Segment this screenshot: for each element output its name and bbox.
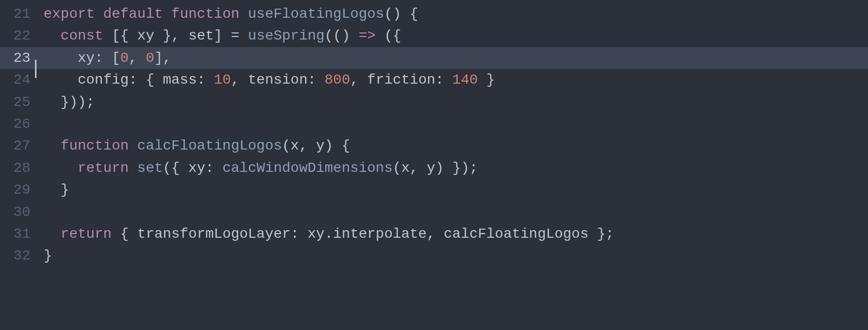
token-punc: ({ — [375, 28, 401, 44]
code-content[interactable]: })); — [44, 91, 868, 113]
token-punc: : { — [129, 72, 163, 88]
token-ident: xy — [308, 226, 325, 242]
token-punc: , — [350, 72, 367, 88]
token-ident: interpolate — [333, 226, 427, 242]
token-ident: y — [427, 160, 435, 176]
code-content[interactable]: const [{ xy }, set] = useSpring(() => ({ — [44, 25, 868, 47]
token-prop: tension — [248, 72, 308, 88]
token-kw: function — [61, 138, 129, 154]
token-kw: function — [171, 6, 239, 22]
code-line[interactable]: 26 — [0, 113, 868, 135]
token-punc — [129, 160, 137, 176]
code-content[interactable]: } — [44, 245, 868, 267]
token-punc: ( — [282, 138, 291, 154]
token-punc: , — [129, 50, 146, 66]
line-number: 24 — [0, 69, 33, 91]
code-editor[interactable]: 21export default function useFloatingLog… — [0, 3, 868, 267]
code-line[interactable]: 23 xy: [0, 0], — [0, 47, 868, 69]
token-punc — [163, 6, 171, 22]
line-number: 31 — [0, 223, 33, 245]
token-punc: ] — [214, 28, 231, 44]
token-call: useSpring — [248, 28, 324, 44]
token-punc — [129, 138, 137, 154]
token-punc: ({ — [163, 160, 188, 176]
token-num: 0 — [146, 50, 155, 66]
token-op: = — [231, 28, 240, 44]
token-kw: export — [44, 6, 95, 22]
token-ident: set — [188, 28, 214, 44]
token-punc: : — [308, 72, 325, 88]
token-punc — [95, 6, 103, 22]
code-line[interactable]: 31 return { transformLogoLayer: xy.inter… — [0, 223, 868, 245]
token-prop: xy — [78, 50, 95, 66]
code-line[interactable]: 21export default function useFloatingLog… — [0, 3, 868, 25]
token-punc: , — [231, 72, 248, 88]
token-punc: : — [205, 160, 222, 176]
token-num: 800 — [325, 72, 350, 88]
token-kw: return — [78, 160, 129, 176]
token-kw: default — [103, 6, 163, 22]
code-line[interactable]: 24 config: { mass: 10, tension: 800, fri… — [0, 69, 868, 91]
token-punc: } — [478, 72, 495, 88]
line-number: 27 — [0, 135, 33, 157]
token-punc: , — [427, 226, 444, 242]
token-punc: . — [325, 226, 333, 242]
token-punc: { — [111, 226, 137, 242]
code-content[interactable]: function calcFloatingLogos(x, y) { — [44, 135, 868, 157]
token-ident: x — [290, 138, 299, 154]
line-number: 28 — [0, 157, 33, 179]
token-punc: ) }); — [435, 160, 478, 176]
token-punc — [44, 138, 61, 154]
token-punc: } — [44, 182, 69, 198]
token-num: 10 — [214, 72, 231, 88]
token-fn: useFloatingLogos — [248, 6, 384, 22]
code-content[interactable]: xy: [0, 0], — [44, 47, 868, 69]
token-kw: return — [61, 226, 112, 242]
code-content[interactable]: return set({ xy: calcWindowDimensions(x,… — [44, 157, 868, 179]
token-ident: xy — [137, 28, 155, 44]
line-number: 29 — [0, 179, 33, 201]
code-line[interactable]: 22 const [{ xy }, set] = useSpring(() =>… — [0, 25, 868, 47]
token-punc — [44, 226, 61, 242]
token-punc: } — [44, 248, 52, 264]
code-content[interactable]: config: { mass: 10, tension: 800, fricti… — [44, 69, 868, 91]
token-punc: () { — [384, 6, 418, 22]
code-line[interactable]: 28 return set({ xy: calcWindowDimensions… — [0, 157, 868, 179]
token-punc: (() — [325, 28, 359, 44]
token-kw: const — [61, 28, 103, 44]
line-number: 21 — [0, 3, 33, 25]
code-line[interactable]: 32} — [0, 245, 868, 267]
token-num: 140 — [452, 72, 478, 88]
line-number: 25 — [0, 91, 33, 113]
code-content[interactable]: } — [44, 179, 868, 201]
token-punc: , — [410, 160, 427, 176]
token-punc — [240, 6, 248, 22]
token-ident: calcFloatingLogos — [444, 226, 589, 242]
token-punc: : [ — [95, 50, 120, 66]
token-punc — [240, 28, 248, 44]
code-content[interactable]: return { transformLogoLayer: xy.interpol… — [44, 223, 868, 245]
token-punc — [44, 28, 61, 44]
line-number: 22 — [0, 25, 33, 47]
line-number: 26 — [0, 113, 33, 135]
token-prop: transformLogoLayer — [137, 226, 290, 242]
token-punc — [44, 72, 78, 88]
token-punc: : — [435, 72, 452, 88]
token-punc: [{ — [103, 28, 137, 44]
token-punc: }, — [154, 28, 188, 44]
code-line[interactable]: 25 })); — [0, 91, 868, 113]
line-number: 32 — [0, 245, 33, 267]
code-line[interactable]: 29 } — [0, 179, 868, 201]
token-punc — [44, 50, 78, 66]
token-punc: , — [299, 138, 316, 154]
code-content[interactable]: export default function useFloatingLogos… — [44, 3, 868, 25]
line-number: 23 — [0, 47, 33, 69]
token-ident: x — [401, 160, 410, 176]
code-line[interactable]: 27 function calcFloatingLogos(x, y) { — [0, 135, 868, 157]
token-prop: mass — [163, 72, 197, 88]
token-punc: : — [197, 72, 214, 88]
token-prop: config — [78, 72, 129, 88]
code-line[interactable]: 30 — [0, 201, 868, 223]
token-kw: => — [359, 28, 376, 44]
token-call: set — [137, 160, 163, 176]
